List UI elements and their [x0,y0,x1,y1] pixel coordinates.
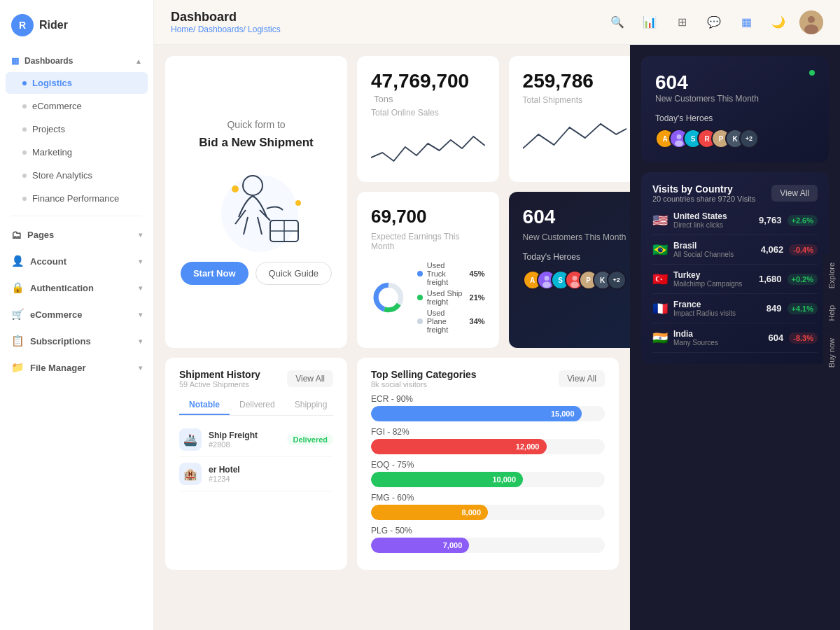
tab-notable[interactable]: Notable [179,396,230,415]
country-tr-source: Mailchimp Campaigns [673,280,753,288]
hotel-name: er Hotel [209,465,333,475]
auth-icon: 🔒 [11,281,24,294]
sidebar-item-projects[interactable]: Projects [6,118,148,140]
breadcrumb-logistics[interactable]: Logistics [248,24,281,34]
sidebar-item-logistics[interactable]: Logistics [6,72,148,94]
dashboards-icon: ▦ [11,56,19,66]
chart-icon[interactable]: 📊 [638,11,661,34]
start-now-button[interactable]: Start Now [181,262,248,285]
selling-subtitle: 8k social visitors [371,380,477,388]
donut-row: Used Truck freight 45% Used Ship freight… [371,261,485,334]
country-fr-change: +4.1% [788,303,818,314]
user-avatar[interactable] [799,10,823,34]
customers-card: 604 New Customers This Month Today's Her… [509,192,630,348]
right-panel: 604 New Customers This Month Today's Her… [630,45,840,630]
svg-point-12 [232,186,239,192]
svg-point-1 [808,16,815,23]
sidebar-parent-account[interactable]: 👤 Account ▾ [0,248,153,274]
tab-delivered[interactable]: Delivered [230,396,285,415]
country-us-info: United States Direct link clicks [673,211,753,229]
sidebar-item-marketing[interactable]: Marketing [6,141,148,163]
shipment-title-group: Shipment History 59 Active Shipments [179,369,260,388]
donut-chart [371,273,406,322]
total-sales-chart [371,126,485,168]
sidebar-parent-file-manager[interactable]: 📁 File Manager ▾ [0,354,153,381]
sidebar-parent-pages[interactable]: 🗂 Pages ▾ [0,222,153,248]
earnings-number: 69,700 [371,206,485,227]
search-icon[interactable]: 🔍 [606,11,629,34]
country-fr-info: France Impact Radius visits [673,300,761,317]
sidebar-parent-ecommerce[interactable]: 🛒 eCommerce ▾ [0,301,153,328]
bar-bg-eoq: 10,000 [371,472,605,487]
shipment-item-2: 🏨 er Hotel #1234 [179,457,333,491]
message-icon[interactable]: 💬 [703,11,725,34]
avatar-more: +2 [607,270,626,290]
tab-shipping[interactable]: Shipping [285,396,337,415]
bars-container: ECR - 90% 15,000 FGI - 82% [371,394,605,553]
bar-label-plg: PLG - 50% [371,526,605,536]
breadcrumb-dashboards[interactable]: Dashboards/ [198,24,248,34]
selling-header: Top Selling Categories 8k social visitor… [371,369,605,388]
ship-name: Ship Freight [209,430,280,440]
page-title: Dashboard [171,10,281,24]
breadcrumb: Home/ Dashboards/ Logistics [171,24,281,34]
legend-truck-pct: 45% [470,270,485,278]
header-left: Dashboard Home/ Dashboards/ Logistics [171,10,281,34]
countries-list: 🇺🇸 United States Direct link clicks 9,76… [652,206,818,353]
sidebar-item-ecommerce[interactable]: eCommerce [6,95,148,117]
svg-point-13 [295,200,301,206]
right-customers-label: New Customers This Month [655,94,759,104]
header: Dashboard Home/ Dashboards/ Logistics 🔍 … [154,0,840,45]
country-in-change: -8.3% [789,332,818,344]
sidebar-parent-auth[interactable]: 🔒 Authentication ▾ [0,274,153,301]
dot [22,174,27,178]
legend-dot-ship [417,295,423,300]
hotel-icon: 🏨 [179,463,202,485]
svg-point-2 [804,24,818,34]
country-in-visits: 604 [769,332,784,343]
shipment-view-all-button[interactable]: View All [287,370,333,387]
earnings-card: 69,700 Expected Earnings This Month [357,192,499,348]
chevron-down-icon: ▾ [139,364,142,372]
visits-view-all-button[interactable]: View All [771,185,818,202]
legend-plane-label: Used Plane freight [427,309,463,334]
apps-icon[interactable]: ▦ [735,11,757,34]
bar-fill-eoq: 10,000 [371,472,523,487]
dot [22,104,27,108]
country-in-info: India Many Sources [673,329,763,346]
breadcrumb-home[interactable]: Home/ [171,24,198,34]
dot [22,127,27,132]
shipment-header: Shipment History 59 Active Shipments Vie… [179,369,333,388]
bar-row-eoq: EOQ - 75% 10,000 [371,460,605,487]
sidebar-item-finance-performance[interactable]: Finance Performance [6,188,148,209]
quick-guide-button[interactable]: Quick Guide [255,262,332,285]
hotel-id: #1234 [209,475,333,483]
shipment-tabs: Notable Delivered Shipping [179,396,333,416]
subscriptions-icon: 📋 [11,335,24,347]
bar-row-fgi: FGI - 82% 12,000 [371,427,605,454]
country-tr-name: Turkey [673,270,753,280]
help-button[interactable]: Help [823,297,840,330]
country-fr-visits: 849 [766,303,782,314]
dashboards-section[interactable]: ▦ Dashboards ▲ [0,50,153,71]
file-manager-icon: 📁 [11,361,24,374]
svg-point-23 [570,282,579,288]
sidebar: R Rider ▦ Dashboards ▲ Logistics eCommer… [0,0,154,630]
selling-title-group: Top Selling Categories 8k social visitor… [371,369,477,388]
shipment-history-card: Shipment History 59 Active Shipments Vie… [165,358,347,570]
country-tr-info: Turkey Mailchimp Campaigns [673,270,753,288]
explore-button[interactable]: Explore [823,254,840,297]
selling-view-all-button[interactable]: View All [559,370,605,387]
sidebar-parent-subscriptions[interactable]: 📋 Subscriptions ▾ [0,328,153,354]
visits-by-country-card: Visits by Country 20 countries share 972… [641,172,829,364]
grid-icon[interactable]: ⊞ [671,11,693,34]
buy-now-button[interactable]: Buy now [823,330,840,376]
flag-in: 🇮🇳 [652,330,668,346]
country-br-info: Brasil All Social Channels [673,241,755,258]
theme-icon[interactable]: 🌙 [767,11,790,34]
legend-truck-label: Used Truck freight [427,261,463,286]
app-logo[interactable]: R Rider [0,0,153,50]
sidebar-item-store-analytics[interactable]: Store Analytics [6,164,148,186]
top-selling-card: Top Selling Categories 8k social visitor… [357,358,619,570]
top-row: Quick form to Bid a New Shipment [165,56,619,348]
